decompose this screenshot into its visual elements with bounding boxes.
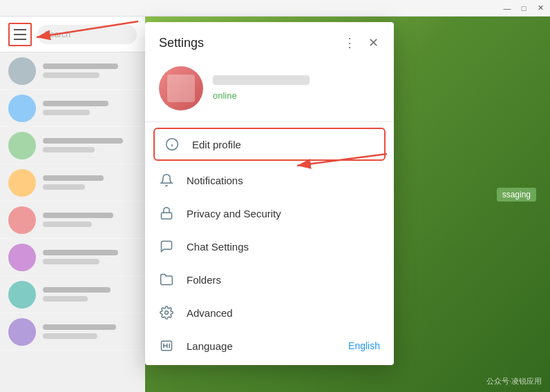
avatar	[159, 66, 203, 110]
chat-list-item	[0, 239, 145, 276]
menu-label: Notifications	[187, 175, 380, 186]
avatar	[8, 318, 36, 346]
avatar	[8, 57, 36, 85]
chat-preview	[43, 63, 137, 78]
chat-list-item	[0, 127, 145, 164]
dialog-header-actions: ⋮ ✕	[340, 33, 383, 52]
settings-menu: Edit profile Notifications Privacy and S…	[145, 122, 394, 365]
avatar	[8, 95, 36, 122]
settings-icon	[159, 305, 174, 320]
chat-preview	[43, 287, 137, 302]
chat-preview	[43, 175, 137, 190]
chat-list-item	[0, 313, 145, 351]
menu-label: Folders	[187, 274, 380, 286]
svg-point-8	[165, 311, 169, 315]
hamburger-button[interactable]	[8, 23, 32, 46]
avatar	[8, 244, 36, 271]
menu-label: Chat Settings	[187, 241, 380, 253]
menu-item-privacy-security[interactable]: Privacy and Security	[145, 197, 394, 230]
dialog-close-button[interactable]: ✕	[363, 33, 383, 52]
minimize-button[interactable]: —	[502, 3, 513, 14]
chat-list-item	[0, 202, 145, 239]
menu-item-advanced[interactable]: Advanced	[145, 296, 394, 329]
chat-preview	[43, 213, 137, 227]
menu-item-chat-settings[interactable]: Chat Settings	[145, 230, 394, 263]
chat-preview	[43, 324, 137, 339]
menu-item-folders[interactable]: Folders	[145, 263, 394, 296]
window-close-button[interactable]: ✕	[535, 3, 546, 14]
more-options-button[interactable]: ⋮	[340, 33, 359, 52]
chat-list-item	[0, 52, 145, 90]
menu-item-language[interactable]: Language English	[145, 329, 394, 362]
sidebar-background: Search	[0, 17, 145, 392]
chat-list-item	[0, 276, 145, 313]
svg-rect-7	[162, 213, 172, 219]
chat-list-item	[0, 164, 145, 202]
profile-section: online	[145, 61, 394, 122]
avatar	[8, 206, 36, 234]
avatar-image	[167, 75, 195, 102]
search-placeholder: Search	[44, 30, 70, 39]
chat-list-item	[0, 90, 145, 127]
chat-preview	[43, 101, 137, 115]
messaging-badge: ssaging	[497, 188, 536, 202]
dialog-title: Settings	[159, 36, 204, 50]
info-circle-icon	[164, 137, 180, 152]
language-value: English	[348, 340, 380, 351]
chat-preview	[43, 250, 137, 264]
search-box[interactable]: Search	[37, 25, 137, 44]
avatar	[8, 132, 36, 159]
font-icon	[159, 338, 174, 353]
bell-icon	[159, 173, 174, 188]
watermark: 公众号·凌锐应用	[486, 376, 542, 386]
settings-dialog: Settings ⋮ ✕ online Edit profile	[145, 22, 394, 365]
dialog-header: Settings ⋮ ✕	[145, 22, 394, 61]
chat-icon	[159, 239, 174, 254]
avatar	[8, 281, 36, 308]
menu-label: Advanced	[187, 307, 380, 319]
online-status: online	[213, 90, 237, 101]
folder-icon	[159, 272, 174, 287]
menu-label: Language	[187, 340, 336, 352]
menu-label: Edit profile	[192, 139, 374, 150]
menu-item-notifications[interactable]: Notifications	[145, 164, 394, 197]
lock-icon	[159, 206, 174, 221]
avatar	[8, 169, 36, 197]
profile-info: online	[213, 75, 380, 101]
maximize-button[interactable]: □	[518, 3, 529, 14]
menu-label: Privacy and Security	[187, 208, 380, 219]
chat-preview	[43, 138, 137, 153]
menu-item-edit-profile[interactable]: Edit profile	[153, 128, 386, 161]
title-bar: — □ ✕	[0, 0, 550, 17]
profile-name	[213, 75, 310, 85]
sidebar-top-bar: Search	[0, 17, 145, 52]
